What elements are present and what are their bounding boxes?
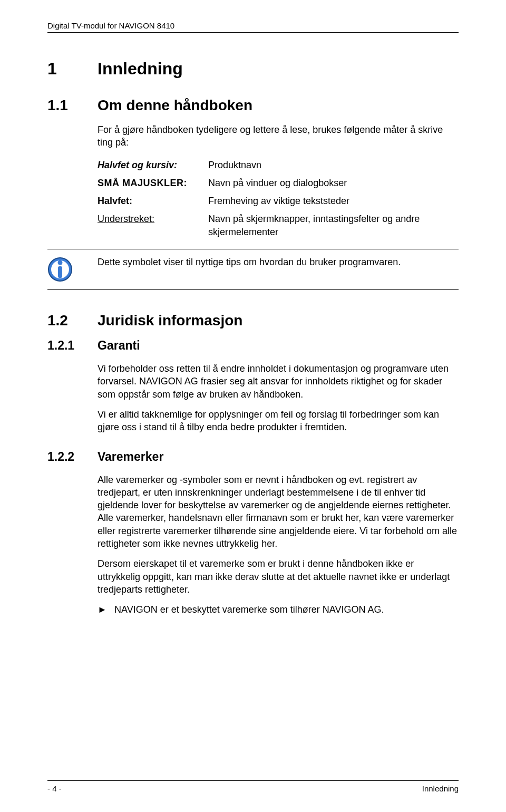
tip-text: Dette symbolet viser til nyttige tips om…	[98, 256, 401, 268]
heading-1: 1 Innledning	[47, 59, 459, 79]
bullet-text: NAVIGON er et beskyttet varemerke som ti…	[114, 603, 384, 616]
heading-1-title: Innledning	[98, 59, 183, 79]
table-row: Understreket: Navn på skjermknapper, inn…	[98, 212, 459, 238]
heading-1-2-2-title: Varemerker	[98, 450, 163, 464]
divider	[47, 289, 459, 290]
convention-underline: Understreket:	[98, 212, 208, 238]
footer-section: Innledning	[422, 784, 459, 793]
table-row: Halvfet og kursiv: Produktnavn	[98, 159, 459, 171]
heading-1-number: 1	[47, 59, 98, 79]
page-header: Digital TV-modul for NAVIGON 8410	[47, 21, 459, 33]
heading-1-2-2: 1.2.2 Varemerker	[47, 450, 459, 464]
paragraph: Vi er alltid takknemlige for opplysninge…	[98, 408, 459, 434]
convention-description: Fremheving av viktige tekststeder	[208, 195, 459, 207]
convention-description: Navn på skjermknapper, inntastingsfelter…	[208, 212, 459, 238]
heading-1-2-1-number: 1.2.1	[47, 339, 98, 353]
heading-1-2-title: Juridisk informasjon	[98, 312, 242, 329]
page-number: - 4 -	[47, 784, 62, 793]
convention-bold: Halvfet:	[98, 195, 208, 207]
paragraph: Vi forbeholder oss retten til å endre in…	[98, 362, 459, 401]
svg-point-3	[58, 260, 63, 265]
page-footer: - 4 - Innledning	[47, 780, 459, 793]
heading-1-2: 1.2 Juridisk informasjon	[47, 312, 459, 329]
tip-callout: Dette symbolet viser til nyttige tips om…	[98, 256, 459, 282]
heading-1-1-number: 1.1	[47, 97, 98, 114]
table-row: Halvfet: Fremheving av viktige tekststed…	[98, 195, 459, 207]
heading-1-2-2-number: 1.2.2	[47, 450, 98, 464]
convention-italic-bold: Halvfet og kursiv:	[98, 159, 208, 171]
convention-description: Produktnavn	[208, 159, 459, 171]
conventions-table: Halvfet og kursiv: Produktnavn SMÅ MAJUS…	[98, 159, 459, 238]
bullet-item: ► NAVIGON er et beskyttet varemerke som …	[98, 603, 459, 616]
heading-1-2-1-title: Garanti	[98, 339, 140, 353]
bullet-marker-icon: ►	[98, 603, 114, 616]
table-row: SMÅ MAJUSKLER: Navn på vinduer og dialog…	[98, 177, 459, 189]
convention-small-caps: SMÅ MAJUSKLER:	[98, 177, 208, 189]
svg-rect-2	[58, 266, 62, 278]
info-icon	[47, 257, 73, 282]
heading-1-2-number: 1.2	[47, 312, 98, 329]
intro-paragraph: For å gjøre håndboken tydeligere og lett…	[98, 123, 459, 149]
heading-1-2-1: 1.2.1 Garanti	[47, 339, 459, 353]
paragraph: Dersom eierskapet til et varemerke som e…	[98, 557, 459, 596]
paragraph: Alle varemerker og -symboler som er nevn…	[98, 473, 459, 550]
heading-1-1-title: Om denne håndboken	[98, 97, 252, 114]
heading-1-1: 1.1 Om denne håndboken	[47, 97, 459, 114]
convention-description: Navn på vinduer og dialogbokser	[208, 177, 459, 189]
divider	[47, 249, 459, 249]
